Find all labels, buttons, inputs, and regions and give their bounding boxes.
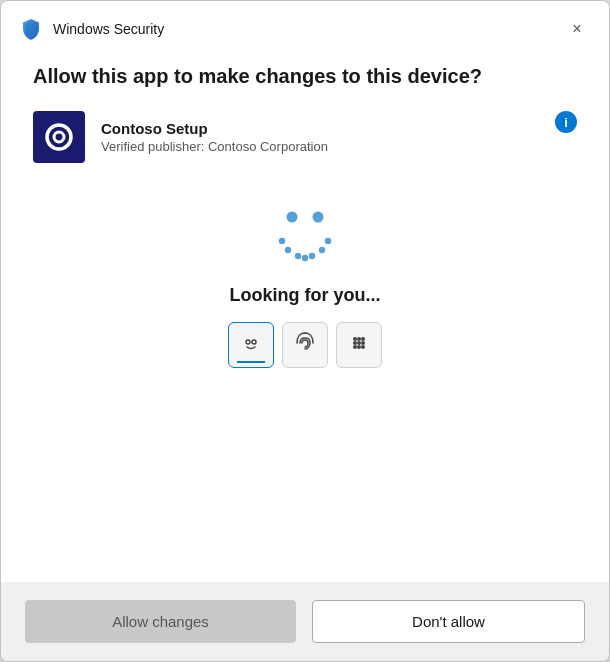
app-info: Contoso Setup Verified publisher: Contos…: [33, 111, 577, 163]
title-bar-title: Windows Security: [53, 21, 164, 37]
fingerprint-auth-icon: [292, 330, 318, 356]
svg-point-8: [309, 253, 315, 259]
svg-point-17: [357, 341, 361, 345]
svg-point-15: [361, 337, 365, 341]
face-container: Looking for you...: [33, 195, 577, 376]
active-underline: [237, 361, 265, 363]
svg-point-13: [353, 337, 357, 341]
auth-icons-row: [228, 322, 382, 368]
main-content: Allow this app to make changes to this d…: [1, 53, 609, 582]
pin-auth-button[interactable]: [336, 322, 382, 368]
windows-security-icon: [19, 17, 43, 41]
svg-point-10: [325, 238, 331, 244]
svg-point-12: [252, 340, 256, 344]
fingerprint-auth-button[interactable]: [282, 322, 328, 368]
svg-point-0: [47, 125, 71, 149]
title-bar-left: Windows Security: [19, 17, 164, 41]
svg-point-20: [357, 345, 361, 349]
pin-auth-icon: [347, 331, 371, 355]
svg-point-16: [353, 341, 357, 345]
svg-point-4: [279, 238, 285, 244]
dont-allow-button[interactable]: Don't allow: [312, 600, 585, 643]
title-bar: Windows Security ×: [1, 1, 609, 53]
svg-point-7: [302, 255, 308, 261]
svg-point-18: [361, 341, 365, 345]
info-icon[interactable]: i: [555, 111, 577, 133]
action-bar: Allow changes Don't allow: [1, 582, 609, 661]
main-question: Allow this app to make changes to this d…: [33, 63, 577, 89]
svg-point-2: [287, 212, 298, 223]
app-icon: [33, 111, 85, 163]
app-name: Contoso Setup: [101, 120, 539, 137]
svg-point-6: [295, 253, 301, 259]
svg-point-11: [246, 340, 250, 344]
face-auth-icon: [239, 332, 263, 354]
app-details: Contoso Setup Verified publisher: Contos…: [101, 120, 539, 154]
close-button[interactable]: ×: [563, 15, 591, 43]
contoso-app-svg: [43, 121, 75, 153]
allow-changes-button[interactable]: Allow changes: [25, 600, 296, 643]
uac-dialog: Windows Security × Allow this app to mak…: [0, 0, 610, 662]
smiley-face: [260, 195, 350, 275]
face-auth-button[interactable]: [228, 322, 274, 368]
svg-point-5: [285, 247, 291, 253]
svg-point-1: [54, 132, 64, 142]
svg-point-19: [353, 345, 357, 349]
svg-point-9: [319, 247, 325, 253]
looking-text: Looking for you...: [230, 285, 381, 306]
app-publisher: Verified publisher: Contoso Corporation: [101, 139, 539, 154]
svg-point-21: [361, 345, 365, 349]
svg-point-14: [357, 337, 361, 341]
svg-point-3: [313, 212, 324, 223]
